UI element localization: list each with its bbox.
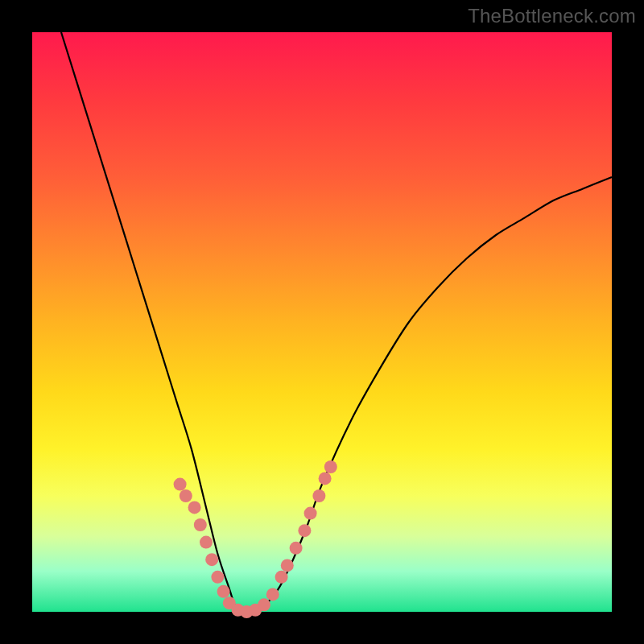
data-dot bbox=[304, 507, 317, 520]
data-dot bbox=[174, 478, 187, 491]
plot-area bbox=[32, 32, 612, 612]
data-dot bbox=[275, 571, 288, 584]
data-dot bbox=[217, 585, 230, 598]
chart-svg bbox=[32, 32, 612, 612]
data-dot bbox=[319, 472, 332, 485]
data-dot bbox=[290, 542, 303, 555]
data-dot bbox=[200, 536, 213, 549]
bottleneck-curve bbox=[61, 32, 612, 613]
data-dot bbox=[281, 559, 294, 572]
data-dot bbox=[194, 518, 207, 531]
data-dot bbox=[205, 553, 218, 566]
data-dot bbox=[312, 489, 325, 502]
data-dot bbox=[324, 460, 337, 473]
data-dot bbox=[298, 524, 311, 537]
data-dot bbox=[258, 598, 270, 611]
data-dot bbox=[266, 588, 279, 601]
data-dot bbox=[180, 489, 192, 502]
watermark-text: TheBottleneck.com bbox=[468, 5, 636, 27]
data-dots bbox=[174, 460, 337, 618]
chart-frame: TheBottleneck.com bbox=[0, 0, 644, 644]
data-dot bbox=[211, 571, 224, 584]
data-dot bbox=[188, 501, 201, 514]
